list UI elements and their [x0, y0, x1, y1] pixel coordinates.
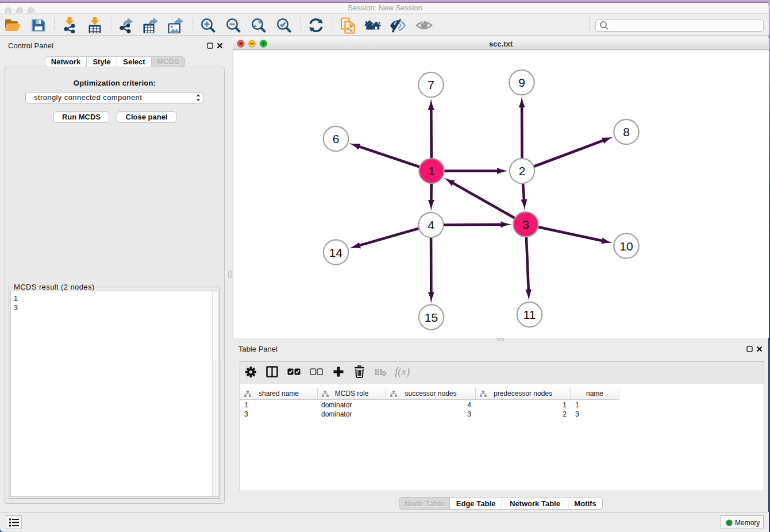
svg-text:10: 10: [619, 240, 633, 253]
svg-text:9: 9: [518, 76, 525, 89]
svg-text:15: 15: [425, 311, 438, 324]
svg-text:3: 3: [522, 218, 529, 231]
svg-text:14: 14: [329, 246, 343, 259]
svg-text:1: 1: [428, 164, 435, 178]
svg-text:8: 8: [623, 125, 630, 138]
svg-text:6: 6: [333, 132, 340, 145]
svg-text:4: 4: [428, 218, 434, 232]
svg-text:7: 7: [428, 78, 434, 91]
svg-text:11: 11: [523, 308, 536, 321]
svg-text:2: 2: [519, 164, 526, 178]
